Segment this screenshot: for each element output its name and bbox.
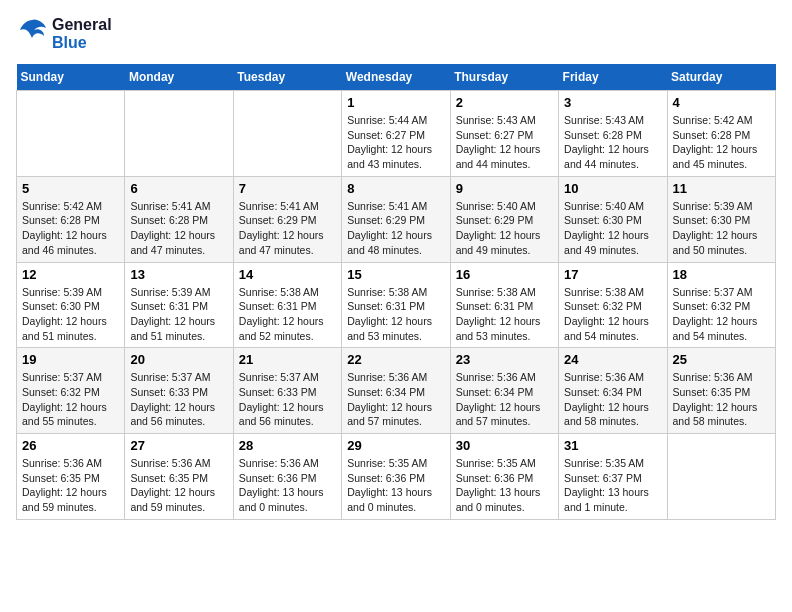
day-number: 3: [564, 95, 661, 110]
day-info: Sunrise: 5:43 AM Sunset: 6:27 PM Dayligh…: [456, 113, 553, 172]
day-number: 14: [239, 267, 336, 282]
day-info: Sunrise: 5:36 AM Sunset: 6:35 PM Dayligh…: [130, 456, 227, 515]
calendar-cell: 3Sunrise: 5:43 AM Sunset: 6:28 PM Daylig…: [559, 91, 667, 177]
day-info: Sunrise: 5:41 AM Sunset: 6:29 PM Dayligh…: [239, 199, 336, 258]
day-info: Sunrise: 5:36 AM Sunset: 6:35 PM Dayligh…: [22, 456, 119, 515]
day-number: 9: [456, 181, 553, 196]
day-number: 23: [456, 352, 553, 367]
calendar-cell: [17, 91, 125, 177]
day-number: 27: [130, 438, 227, 453]
day-number: 28: [239, 438, 336, 453]
calendar-day-header: Monday: [125, 64, 233, 91]
calendar-cell: 26Sunrise: 5:36 AM Sunset: 6:35 PM Dayli…: [17, 434, 125, 520]
day-number: 7: [239, 181, 336, 196]
calendar-cell: 9Sunrise: 5:40 AM Sunset: 6:29 PM Daylig…: [450, 176, 558, 262]
calendar-cell: 30Sunrise: 5:35 AM Sunset: 6:36 PM Dayli…: [450, 434, 558, 520]
calendar-day-header: Wednesday: [342, 64, 450, 91]
day-number: 21: [239, 352, 336, 367]
calendar-day-header: Tuesday: [233, 64, 341, 91]
day-info: Sunrise: 5:36 AM Sunset: 6:36 PM Dayligh…: [239, 456, 336, 515]
logo-blue: Blue: [52, 34, 112, 52]
calendar-cell: [125, 91, 233, 177]
day-info: Sunrise: 5:39 AM Sunset: 6:31 PM Dayligh…: [130, 285, 227, 344]
day-info: Sunrise: 5:38 AM Sunset: 6:31 PM Dayligh…: [456, 285, 553, 344]
calendar-cell: 31Sunrise: 5:35 AM Sunset: 6:37 PM Dayli…: [559, 434, 667, 520]
calendar-cell: 15Sunrise: 5:38 AM Sunset: 6:31 PM Dayli…: [342, 262, 450, 348]
calendar-cell: 6Sunrise: 5:41 AM Sunset: 6:28 PM Daylig…: [125, 176, 233, 262]
day-number: 10: [564, 181, 661, 196]
day-number: 15: [347, 267, 444, 282]
calendar-week-row: 5Sunrise: 5:42 AM Sunset: 6:28 PM Daylig…: [17, 176, 776, 262]
day-info: Sunrise: 5:36 AM Sunset: 6:34 PM Dayligh…: [347, 370, 444, 429]
day-info: Sunrise: 5:35 AM Sunset: 6:36 PM Dayligh…: [456, 456, 553, 515]
day-number: 8: [347, 181, 444, 196]
day-info: Sunrise: 5:38 AM Sunset: 6:32 PM Dayligh…: [564, 285, 661, 344]
day-number: 12: [22, 267, 119, 282]
calendar-cell: 18Sunrise: 5:37 AM Sunset: 6:32 PM Dayli…: [667, 262, 775, 348]
day-info: Sunrise: 5:42 AM Sunset: 6:28 PM Dayligh…: [673, 113, 770, 172]
day-info: Sunrise: 5:41 AM Sunset: 6:29 PM Dayligh…: [347, 199, 444, 258]
calendar-cell: 24Sunrise: 5:36 AM Sunset: 6:34 PM Dayli…: [559, 348, 667, 434]
calendar-cell: 27Sunrise: 5:36 AM Sunset: 6:35 PM Dayli…: [125, 434, 233, 520]
calendar-day-header: Saturday: [667, 64, 775, 91]
calendar-cell: 19Sunrise: 5:37 AM Sunset: 6:32 PM Dayli…: [17, 348, 125, 434]
calendar-cell: 1Sunrise: 5:44 AM Sunset: 6:27 PM Daylig…: [342, 91, 450, 177]
day-info: Sunrise: 5:42 AM Sunset: 6:28 PM Dayligh…: [22, 199, 119, 258]
calendar-week-row: 26Sunrise: 5:36 AM Sunset: 6:35 PM Dayli…: [17, 434, 776, 520]
calendar-cell: 22Sunrise: 5:36 AM Sunset: 6:34 PM Dayli…: [342, 348, 450, 434]
day-info: Sunrise: 5:37 AM Sunset: 6:33 PM Dayligh…: [130, 370, 227, 429]
calendar-cell: 7Sunrise: 5:41 AM Sunset: 6:29 PM Daylig…: [233, 176, 341, 262]
calendar-header-row: SundayMondayTuesdayWednesdayThursdayFrid…: [17, 64, 776, 91]
calendar-table: SundayMondayTuesdayWednesdayThursdayFrid…: [16, 64, 776, 520]
day-info: Sunrise: 5:40 AM Sunset: 6:30 PM Dayligh…: [564, 199, 661, 258]
calendar-cell: 4Sunrise: 5:42 AM Sunset: 6:28 PM Daylig…: [667, 91, 775, 177]
calendar-cell: [233, 91, 341, 177]
day-info: Sunrise: 5:44 AM Sunset: 6:27 PM Dayligh…: [347, 113, 444, 172]
logo-general: General: [52, 16, 112, 34]
day-number: 6: [130, 181, 227, 196]
day-number: 31: [564, 438, 661, 453]
calendar-cell: 13Sunrise: 5:39 AM Sunset: 6:31 PM Dayli…: [125, 262, 233, 348]
day-info: Sunrise: 5:35 AM Sunset: 6:37 PM Dayligh…: [564, 456, 661, 515]
day-number: 20: [130, 352, 227, 367]
calendar-day-header: Friday: [559, 64, 667, 91]
calendar-week-row: 1Sunrise: 5:44 AM Sunset: 6:27 PM Daylig…: [17, 91, 776, 177]
day-number: 29: [347, 438, 444, 453]
calendar-cell: 21Sunrise: 5:37 AM Sunset: 6:33 PM Dayli…: [233, 348, 341, 434]
calendar-cell: 14Sunrise: 5:38 AM Sunset: 6:31 PM Dayli…: [233, 262, 341, 348]
day-number: 30: [456, 438, 553, 453]
calendar-cell: 5Sunrise: 5:42 AM Sunset: 6:28 PM Daylig…: [17, 176, 125, 262]
day-info: Sunrise: 5:38 AM Sunset: 6:31 PM Dayligh…: [239, 285, 336, 344]
calendar-day-header: Sunday: [17, 64, 125, 91]
calendar-week-row: 12Sunrise: 5:39 AM Sunset: 6:30 PM Dayli…: [17, 262, 776, 348]
day-info: Sunrise: 5:41 AM Sunset: 6:28 PM Dayligh…: [130, 199, 227, 258]
day-info: Sunrise: 5:36 AM Sunset: 6:35 PM Dayligh…: [673, 370, 770, 429]
calendar-cell: 11Sunrise: 5:39 AM Sunset: 6:30 PM Dayli…: [667, 176, 775, 262]
day-number: 24: [564, 352, 661, 367]
day-info: Sunrise: 5:36 AM Sunset: 6:34 PM Dayligh…: [564, 370, 661, 429]
logo-text: General Blue: [52, 16, 112, 51]
calendar-cell: 10Sunrise: 5:40 AM Sunset: 6:30 PM Dayli…: [559, 176, 667, 262]
calendar-cell: 8Sunrise: 5:41 AM Sunset: 6:29 PM Daylig…: [342, 176, 450, 262]
day-info: Sunrise: 5:39 AM Sunset: 6:30 PM Dayligh…: [673, 199, 770, 258]
day-number: 17: [564, 267, 661, 282]
day-number: 1: [347, 95, 444, 110]
day-info: Sunrise: 5:39 AM Sunset: 6:30 PM Dayligh…: [22, 285, 119, 344]
calendar-week-row: 19Sunrise: 5:37 AM Sunset: 6:32 PM Dayli…: [17, 348, 776, 434]
logo: General Blue: [16, 16, 112, 52]
day-info: Sunrise: 5:37 AM Sunset: 6:32 PM Dayligh…: [22, 370, 119, 429]
day-number: 26: [22, 438, 119, 453]
day-info: Sunrise: 5:40 AM Sunset: 6:29 PM Dayligh…: [456, 199, 553, 258]
calendar-cell: 20Sunrise: 5:37 AM Sunset: 6:33 PM Dayli…: [125, 348, 233, 434]
calendar-cell: [667, 434, 775, 520]
day-number: 16: [456, 267, 553, 282]
page-header: General Blue: [16, 16, 776, 52]
day-number: 2: [456, 95, 553, 110]
calendar-day-header: Thursday: [450, 64, 558, 91]
day-number: 22: [347, 352, 444, 367]
day-number: 13: [130, 267, 227, 282]
calendar-cell: 16Sunrise: 5:38 AM Sunset: 6:31 PM Dayli…: [450, 262, 558, 348]
day-info: Sunrise: 5:43 AM Sunset: 6:28 PM Dayligh…: [564, 113, 661, 172]
calendar-cell: 25Sunrise: 5:36 AM Sunset: 6:35 PM Dayli…: [667, 348, 775, 434]
day-number: 5: [22, 181, 119, 196]
